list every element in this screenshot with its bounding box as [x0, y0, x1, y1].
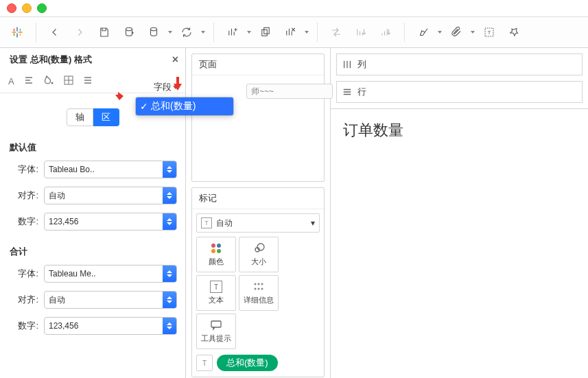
svg-rect-2	[12, 32, 16, 33]
columns-shelf[interactable]: 列	[336, 54, 583, 75]
pages-shelf[interactable]: 页面	[191, 54, 325, 182]
refresh-datasource-button[interactable]	[143, 22, 164, 43]
combo-value: Tableau Me..	[45, 269, 163, 279]
align-label: 对齐:	[8, 189, 38, 202]
new-worksheet-button[interactable]	[222, 22, 243, 43]
marks-pill[interactable]: T 总和(数量)	[196, 355, 320, 371]
font-format-icon[interactable]: A	[8, 76, 14, 86]
marks-type-value: 自动	[216, 217, 233, 229]
red-arrow-annotation	[108, 85, 125, 102]
pill-label: 总和(数量)	[217, 355, 278, 371]
svg-point-22	[258, 288, 260, 290]
close-format-pane-button[interactable]: ×	[172, 54, 178, 66]
total-align-combo[interactable]: 自动	[44, 291, 177, 309]
duplicate-sheet-button[interactable]	[255, 22, 276, 43]
svg-point-14	[51, 82, 53, 84]
rows-shelf[interactable]: 行	[336, 81, 583, 103]
marks-detail-button[interactable]: 详细信息	[239, 275, 279, 311]
marks-type-dropdown[interactable]: T 自动 ▾	[196, 213, 320, 233]
marks-tooltip-button[interactable]: 工具提示	[196, 314, 236, 349]
svg-rect-11	[264, 27, 270, 34]
chevron-down-icon[interactable]	[438, 31, 442, 34]
chevron-down-icon[interactable]	[305, 31, 309, 34]
align-label: 对齐:	[8, 294, 38, 306]
svg-rect-0	[16, 27, 18, 32]
svg-point-23	[261, 288, 263, 290]
chevron-down-icon[interactable]	[471, 31, 475, 34]
red-arrow-annotation	[169, 75, 186, 92]
border-format-icon[interactable]	[64, 75, 73, 87]
marks-card-title: 标记	[192, 188, 324, 209]
default-number-combo[interactable]: 123,456	[44, 213, 177, 231]
number-label: 数字:	[8, 215, 38, 228]
format-pane: 设置 总和(数量) 格式 × A 字段	[0, 48, 186, 378]
marks-cell-label: 颜色	[209, 257, 224, 267]
default-font-combo[interactable]: Tableau Bo..	[44, 161, 177, 178]
svg-point-17	[257, 244, 264, 250]
check-icon: ✓	[140, 101, 148, 112]
save-button[interactable]	[94, 22, 115, 43]
chevron-down-icon[interactable]	[168, 31, 172, 34]
combo-value: Tableau Bo..	[45, 165, 163, 174]
axis-tab[interactable]: 轴	[67, 108, 93, 126]
area-tab[interactable]: 区	[93, 108, 119, 126]
text-mark-icon: T	[201, 217, 212, 228]
main-toolbar: T	[0, 17, 588, 48]
chevron-down-icon[interactable]	[247, 31, 251, 34]
sort-desc-button	[375, 22, 396, 43]
chevron-down-icon[interactable]	[201, 31, 205, 34]
back-button[interactable]	[45, 22, 65, 43]
minimize-window-button[interactable]	[22, 3, 32, 13]
svg-rect-10	[262, 29, 268, 36]
alignment-format-icon[interactable]	[24, 75, 34, 87]
marks-cell-label: 文本	[209, 295, 224, 305]
zoom-window-button[interactable]	[37, 3, 47, 13]
close-window-button[interactable]	[7, 3, 16, 13]
marks-text-button[interactable]: T 文本	[196, 275, 236, 311]
auto-update-button[interactable]	[176, 22, 197, 43]
viz-title: 订单数量	[343, 120, 576, 141]
text-annotation-button[interactable]: T	[479, 22, 499, 43]
swap-rows-cols-button	[326, 22, 346, 43]
field-dropdown-popup[interactable]: ✓ 总和(数量)	[136, 97, 233, 115]
clear-sheet-button[interactable]	[280, 22, 301, 43]
hidden-card-fragment: 师~~~	[246, 84, 333, 99]
text-mark-icon: T	[196, 355, 213, 371]
attachment-button[interactable]	[446, 22, 467, 43]
app-logo-icon	[7, 22, 27, 43]
svg-point-19	[258, 283, 260, 285]
combo-value: 123,456	[45, 321, 163, 331]
pin-button[interactable]	[504, 22, 524, 43]
combo-value: 自动	[45, 190, 163, 202]
svg-rect-3	[19, 32, 23, 33]
font-label: 字体:	[8, 268, 38, 280]
forward-button	[69, 22, 90, 43]
svg-rect-24	[211, 321, 221, 327]
svg-rect-7	[20, 34, 21, 36]
marks-color-button[interactable]: 颜色	[196, 237, 236, 272]
marks-size-button[interactable]: 大小	[239, 237, 279, 272]
columns-icon	[342, 60, 352, 69]
total-number-combo[interactable]: 123,456	[44, 317, 177, 335]
shading-format-icon[interactable]	[43, 75, 54, 87]
lines-format-icon[interactable]	[83, 75, 93, 87]
svg-point-9	[151, 27, 157, 31]
rows-shelf-label: 行	[357, 86, 366, 98]
viz-canvas[interactable]: 订单数量	[331, 108, 588, 378]
sort-asc-button	[351, 22, 371, 43]
default-section-title: 默认值	[0, 130, 185, 156]
marks-card: 标记 T 自动 ▾ 颜色 大小 T 文本	[191, 187, 325, 377]
svg-rect-5	[20, 29, 21, 32]
rows-icon	[342, 87, 352, 97]
marks-cell-label: 大小	[251, 257, 266, 267]
svg-rect-4	[14, 29, 15, 32]
pages-shelf-title: 页面	[192, 54, 324, 75]
svg-point-21	[255, 288, 257, 290]
columns-shelf-label: 列	[357, 58, 366, 71]
window-titlebar	[0, 0, 588, 17]
new-datasource-button[interactable]	[119, 22, 139, 43]
highlight-button[interactable]	[413, 22, 434, 43]
total-font-combo[interactable]: Tableau Me..	[44, 265, 177, 283]
combo-value: 自动	[45, 294, 163, 306]
default-align-combo[interactable]: 自动	[44, 187, 177, 204]
